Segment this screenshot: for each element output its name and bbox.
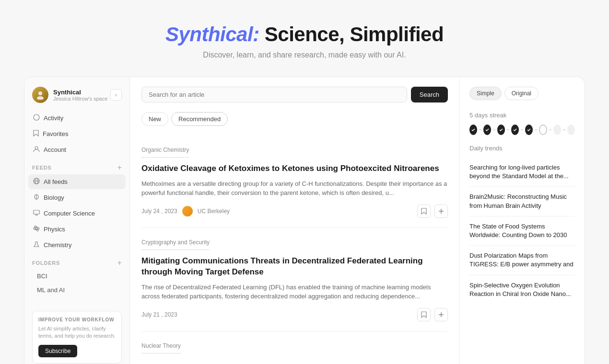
feed-item-chemistry[interactable]: Chemistry xyxy=(28,238,126,252)
nav-label-favorites: Favorites xyxy=(43,130,68,137)
article-date-1: July 24 , 2023 xyxy=(141,208,177,215)
article-meta-right-2 xyxy=(417,308,448,321)
article-title-1[interactable]: Oxidative Cleavage of Ketoximes to Keton… xyxy=(141,163,448,174)
svg-point-0 xyxy=(38,91,42,95)
center-content: Search New Recommended Organic Chemistry… xyxy=(130,77,460,364)
trends-title: Daily trends xyxy=(469,145,575,152)
add-button-2[interactable] xyxy=(434,308,448,321)
article-abstract-2: The rise of Decentralized Federated Lear… xyxy=(141,283,448,301)
trend-item-4[interactable]: Dust Polarization Maps from TIGRESS: E/B… xyxy=(469,246,575,275)
bookmark-button-1[interactable] xyxy=(417,205,431,218)
feed-item-all[interactable]: All feeds xyxy=(28,174,126,189)
user-name: Synthical xyxy=(53,89,107,96)
collapse-button[interactable]: ‹ xyxy=(110,89,122,101)
article-card-3: Nuclear Theory xyxy=(141,331,448,364)
user-space: Jessica Hiltrow's space xyxy=(53,96,107,102)
toggle-simple[interactable]: Simple xyxy=(469,87,502,100)
right-panel: Simple Original 5 days streak xyxy=(460,77,585,364)
feeds-list: All feeds Biology Computer Science Physi… xyxy=(24,174,129,253)
svg-point-13 xyxy=(34,226,39,232)
hero-title-rest: Science, Simplified xyxy=(259,23,444,46)
feeds-section-header: FEEDS + xyxy=(24,158,129,174)
nav-label-activity: Activity xyxy=(44,114,63,122)
activity-icon xyxy=(33,114,40,122)
search-input[interactable] xyxy=(141,87,407,102)
article-meta-1: July 24 , 2023 UC Berkeley xyxy=(141,205,448,218)
article-category-3: Nuclear Theory xyxy=(141,342,181,353)
brand-name: Synthical: xyxy=(165,23,259,46)
folders-label: FOLDERS xyxy=(32,260,60,266)
article-meta-left-2: July 21 , 2023 xyxy=(141,311,177,318)
feed-label-chemistry: Chemistry xyxy=(44,241,72,249)
avatar xyxy=(32,87,48,103)
add-feed-button[interactable]: + xyxy=(117,164,122,171)
streak-dot-1 xyxy=(469,125,477,135)
article-card-1: Organic Chemistry Oxidative Cleavage of … xyxy=(141,136,448,228)
trend-text-3: The State of Food Systems Worldwide: Cou… xyxy=(469,222,575,239)
feed-label-biology: Biology xyxy=(44,194,64,201)
toggle-group: Simple Original xyxy=(469,87,575,100)
article-card-2: Cryptography and Security Mitigating Com… xyxy=(141,228,448,331)
bookmark-icon xyxy=(33,130,39,138)
account-icon xyxy=(33,146,40,154)
nav-item-favorites[interactable]: Favorites xyxy=(28,126,126,141)
streak-line-1 xyxy=(479,129,481,130)
svg-point-1 xyxy=(37,96,44,100)
tab-new[interactable]: New xyxy=(141,112,168,126)
article-meta-left-1: July 24 , 2023 UC Berkeley xyxy=(141,206,230,216)
bookmark-button-2[interactable] xyxy=(417,308,431,321)
streak-dot-3 xyxy=(497,125,505,135)
folder-bci[interactable]: BCI xyxy=(28,270,126,283)
streak-line-6 xyxy=(549,129,551,130)
sidebar-header: Synthical Jessica Hiltrow's space ‹ xyxy=(24,85,129,111)
trend-text-1: Searching for long-lived particles beyon… xyxy=(469,163,575,181)
feed-label-cs: Computer Science xyxy=(44,210,95,217)
trend-item-5[interactable]: Spin-Selective Oxygen Evolution Reaction… xyxy=(469,275,575,304)
upgrade-title: IMPROVE YOUR WORKFLOW xyxy=(38,317,116,322)
article-date-2: July 21 , 2023 xyxy=(141,311,177,318)
article-category-1: Organic Chemistry xyxy=(141,147,189,158)
trend-item-1[interactable]: Searching for long-lived particles beyon… xyxy=(469,158,575,187)
feed-label-physics: Physics xyxy=(44,226,65,233)
svg-rect-8 xyxy=(34,210,39,214)
globe-icon xyxy=(33,178,40,186)
source-badge-1 xyxy=(182,206,193,216)
feed-item-computer-science[interactable]: Computer Science xyxy=(28,206,126,221)
streak-dot-6 xyxy=(539,125,547,135)
svg-point-2 xyxy=(34,114,39,120)
tab-recommended[interactable]: Recommended xyxy=(171,112,228,126)
feed-item-physics[interactable]: Physics xyxy=(28,222,126,237)
article-abstract-1: Methoximes are a versatile directing gro… xyxy=(141,179,448,198)
sidebar-nav: Activity Favorites Account xyxy=(24,111,129,158)
sidebar-user: Synthical Jessica Hiltrow's space xyxy=(32,87,107,103)
toggle-original[interactable]: Original xyxy=(504,87,539,100)
article-source-1: UC Berkeley xyxy=(198,208,230,215)
streak-line-7 xyxy=(563,129,565,130)
folder-ml-ai[interactable]: ML and AI xyxy=(28,284,126,296)
streak-dot-4 xyxy=(511,125,519,135)
add-button-1[interactable] xyxy=(434,205,448,218)
trend-text-2: Brain2Music: Reconstructing Music from H… xyxy=(469,193,575,210)
user-info: Synthical Jessica Hiltrow's space xyxy=(53,89,107,102)
streak-line-3 xyxy=(507,129,509,130)
streak-line-4 xyxy=(521,129,523,130)
app-container: Synthical Jessica Hiltrow's space ‹ Acti… xyxy=(24,77,585,364)
trends-section: Daily trends Searching for long-lived pa… xyxy=(469,145,575,304)
upgrade-text: Let AI simplify articles, clarify terms,… xyxy=(38,325,116,340)
nav-item-account[interactable]: Account xyxy=(28,142,126,157)
biology-icon xyxy=(33,193,40,202)
subscribe-button[interactable]: Subscribe xyxy=(38,345,77,357)
upgrade-box: IMPROVE YOUR WORKFLOW Let AI simplify ar… xyxy=(32,311,122,364)
article-category-2: Cryptography and Security xyxy=(141,239,210,250)
streak-section: 5 days streak xyxy=(469,112,575,135)
article-title-2[interactable]: Mitigating Communications Threats in Dec… xyxy=(141,256,448,278)
trend-item-2[interactable]: Brain2Music: Reconstructing Music from H… xyxy=(469,187,575,216)
streak-dots xyxy=(469,125,575,135)
add-folder-button[interactable]: + xyxy=(117,259,122,267)
nav-item-activity[interactable]: Activity xyxy=(28,111,126,125)
streak-dot-7 xyxy=(553,125,561,135)
trend-item-3[interactable]: The State of Food Systems Worldwide: Cou… xyxy=(469,216,575,246)
svg-point-3 xyxy=(35,147,38,149)
feed-item-biology[interactable]: Biology xyxy=(28,190,126,205)
search-button[interactable]: Search xyxy=(411,87,448,102)
